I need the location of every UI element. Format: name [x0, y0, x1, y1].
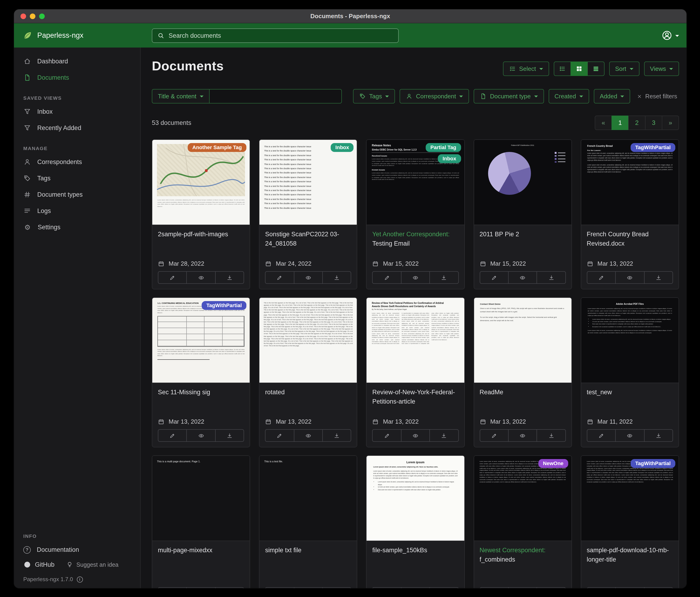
select-button[interactable]: Select — [503, 62, 549, 76]
tag-chip[interactable]: Inbox — [331, 143, 354, 152]
page-button-2[interactable]: 2 — [628, 116, 646, 130]
document-thumbnail[interactable]: Patient BP Distribution 2011 — [474, 140, 571, 225]
view-document-button[interactable] — [615, 429, 644, 442]
download-document-button[interactable] — [322, 587, 351, 588]
download-document-button[interactable] — [429, 587, 458, 588]
edit-document-button[interactable] — [587, 429, 616, 442]
edit-document-button[interactable] — [265, 587, 294, 588]
global-search[interactable] — [152, 28, 399, 43]
document-title[interactable]: Sonstige ScanPC2022 03-24_081058 — [265, 231, 339, 247]
edit-document-button[interactable] — [479, 271, 508, 284]
document-title[interactable]: sample-pdf-download-10-mb-longer-title — [587, 547, 669, 563]
document-title[interactable]: test_new — [587, 389, 612, 396]
document-thumbnail[interactable]: Lorem ipsum dolor sit amet, consectetur … — [474, 456, 571, 541]
document-title[interactable]: French Country Bread Revised.docx — [587, 231, 649, 247]
view-document-button[interactable] — [186, 271, 216, 284]
edit-document-button[interactable] — [265, 271, 294, 284]
tag-chip[interactable]: TagWithPartial — [631, 459, 675, 468]
filter-field-button[interactable]: Title & content — [152, 89, 209, 103]
page-button-1[interactable]: 1 — [611, 116, 629, 130]
view-list-button[interactable] — [553, 62, 571, 76]
download-document-button[interactable] — [429, 429, 458, 442]
filter-added-button[interactable]: Added — [594, 89, 630, 103]
edit-document-button[interactable] — [158, 429, 187, 442]
view-document-button[interactable] — [294, 429, 323, 442]
document-title[interactable]: 2011 BP Pie 2 — [479, 231, 519, 238]
brand[interactable]: Paperless-ngx — [14, 30, 141, 41]
document-title[interactable]: Testing Email — [372, 240, 410, 247]
tag-chip[interactable]: Partial Tag — [426, 143, 461, 152]
view-grid-button[interactable] — [570, 62, 588, 76]
sidebar-item-tags[interactable]: Tags — [14, 170, 140, 186]
document-thumbnail[interactable]: 1.1. CONTINUING MEDICAL EDUCATIONLorem i… — [152, 298, 250, 383]
sidebar-item-correspondents[interactable]: Correspondents — [14, 154, 140, 170]
user-menu[interactable] — [661, 30, 686, 41]
suggest-idea-link[interactable]: Suggest an idea — [66, 560, 119, 569]
edit-document-button[interactable] — [372, 429, 401, 442]
document-title[interactable]: multi-page-mixedxx — [158, 547, 212, 554]
filter-correspondent-button[interactable]: Correspondent — [400, 89, 469, 103]
page-prev-button[interactable]: « — [595, 116, 612, 130]
filter-input[interactable] — [209, 89, 342, 103]
github-link[interactable]: GitHub — [23, 560, 54, 569]
page-button-3[interactable]: 3 — [645, 116, 662, 130]
view-document-button[interactable] — [615, 587, 644, 588]
download-document-button[interactable] — [644, 271, 673, 284]
document-correspondent[interactable]: Yet Another Correspondent: — [372, 231, 450, 238]
download-document-button[interactable] — [537, 429, 566, 442]
view-document-button[interactable] — [186, 429, 216, 442]
document-title[interactable]: ReadMe — [479, 389, 503, 396]
sidebar-item-settings[interactable]: ⚙Settings — [14, 219, 140, 235]
sidebar-item-documents[interactable]: Documents — [14, 69, 140, 86]
view-document-button[interactable] — [508, 587, 537, 588]
document-title[interactable]: simple txt file — [265, 547, 301, 554]
download-document-button[interactable] — [537, 271, 566, 284]
edit-document-button[interactable] — [372, 587, 401, 588]
view-document-button[interactable] — [401, 429, 430, 442]
view-details-button[interactable] — [587, 62, 604, 76]
document-thumbnail[interactable]: This is the text that appears on the fir… — [259, 298, 357, 383]
sidebar-item-documentation[interactable]: ?Documentation — [14, 542, 140, 558]
reset-filters-button[interactable]: Reset filters — [635, 93, 679, 100]
document-thumbnail[interactable]: Lorem ipsumLorem ipsum dolor sit amet, c… — [367, 456, 464, 541]
sidebar-item-recently-added[interactable]: Recently Added — [14, 120, 140, 136]
view-document-button[interactable] — [401, 271, 430, 284]
document-title[interactable]: Review-of-New-York-Federal-Petitions-art… — [372, 389, 455, 405]
document-title[interactable]: f_combineds — [479, 556, 515, 563]
document-thumbnail[interactable]: Review of New York Federal Petitions for… — [367, 298, 464, 383]
edit-document-button[interactable] — [158, 271, 187, 284]
view-document-button[interactable] — [294, 271, 323, 284]
document-thumbnail[interactable]: Lorem ipsum dolor sit amet, consectetur … — [152, 140, 250, 225]
document-thumbnail[interactable]: Release NotesSimba ODBC Driver for SQL S… — [367, 140, 464, 225]
view-document-button[interactable] — [508, 271, 537, 284]
edit-document-button[interactable] — [479, 429, 508, 442]
view-document-button[interactable] — [508, 429, 537, 442]
tag-chip[interactable]: NewOne — [539, 459, 568, 468]
tag-chip[interactable]: TagWithPartial — [631, 143, 675, 152]
edit-document-button[interactable] — [587, 587, 616, 588]
search-input[interactable] — [169, 32, 394, 39]
minimize-button[interactable] — [30, 13, 35, 19]
sidebar-item-logs[interactable]: Logs — [14, 203, 140, 219]
zoom-button[interactable] — [39, 13, 45, 19]
document-thumbnail[interactable]: This is a multi page document. Page 1. — [152, 456, 250, 541]
sidebar-item-document-types[interactable]: Document types — [14, 186, 140, 203]
close-button[interactable] — [21, 13, 26, 19]
tag-chip[interactable]: Another Sample Tag — [188, 143, 246, 152]
download-document-button[interactable] — [537, 587, 566, 588]
view-document-button[interactable] — [186, 587, 216, 588]
tag-chip[interactable]: Inbox — [438, 154, 461, 163]
document-title[interactable]: Sec 11-Missing sig — [158, 389, 210, 396]
document-title[interactable]: 2sample-pdf-with-images — [158, 231, 228, 238]
download-document-button[interactable] — [215, 271, 244, 284]
sidebar-item-dashboard[interactable]: Dashboard — [14, 53, 140, 69]
page-next-button[interactable]: » — [662, 116, 679, 130]
sort-button[interactable]: Sort — [609, 62, 639, 76]
document-thumbnail[interactable]: Lorem ipsum dolor sit amet, consectetur … — [581, 456, 679, 541]
document-thumbnail[interactable]: Adobe Acrobat PDF FilesLorem ipsum dolor… — [581, 298, 679, 383]
sidebar-item-inbox[interactable]: Inbox — [14, 103, 140, 120]
edit-document-button[interactable] — [372, 271, 401, 284]
download-document-button[interactable] — [322, 271, 351, 284]
download-document-button[interactable] — [429, 271, 458, 284]
edit-document-button[interactable] — [265, 429, 294, 442]
